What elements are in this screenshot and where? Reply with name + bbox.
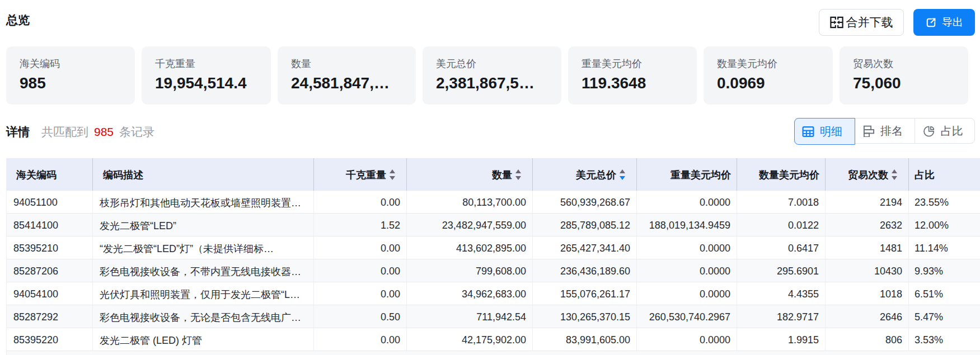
cell-kg-weight: 0.00 <box>314 328 407 351</box>
match-suffix: 条记录 <box>119 125 154 138</box>
column-label: 贸易次数 <box>848 168 888 182</box>
cell-hs-code: 85287292 <box>7 305 93 328</box>
stat-card: 海关编码985 <box>6 46 135 105</box>
cell-code-description: 彩色电视接收设备，不带内置无线电接收器… <box>93 259 314 282</box>
column-header-code-description: 编码描述 <box>93 158 314 191</box>
column-label: 数量 <box>492 168 512 182</box>
stat-value: 119.3648 <box>582 74 683 92</box>
cell-code-description: “发光二极管“LED”灯”（未提供详细标… <box>93 236 314 259</box>
cell-usd-total: 285,789,085.12 <box>533 214 637 236</box>
sort-desc-icon <box>892 176 897 180</box>
cell-code-description: 枝形吊灯和其他电动天花板或墙壁照明装置… <box>93 191 314 213</box>
cell-code-description: 彩色电视接收设备，无论是否包含无线电广… <box>93 305 314 328</box>
cell-usd-per-qty: 295.6901 <box>737 259 826 282</box>
cell-usd-total: 560,939,268.67 <box>533 191 637 213</box>
cell-share-pct: 12.00% <box>909 214 980 236</box>
column-label: 数量美元均价 <box>759 168 819 182</box>
sort-desc-icon <box>515 176 521 180</box>
table-row[interactable]: 85395210“发光二极管“LED”灯”（未提供详细标…0.00413,602… <box>7 236 980 259</box>
cell-share-pct: 3.53% <box>909 328 980 351</box>
tab-proportion[interactable]: 占比 <box>915 119 974 143</box>
cell-kg-weight: 1.52 <box>314 214 407 236</box>
table-row[interactable]: 94051100枝形吊灯和其他电动天花板或墙壁照明装置…0.0080,113,7… <box>7 191 980 214</box>
cell-hs-code: 94051100 <box>7 191 93 213</box>
cell-usd-total: 83,991,605.00 <box>533 328 637 351</box>
cell-usd-per-kg: 188,019,134.9459 <box>637 214 737 236</box>
stat-label: 数量美元均价 <box>717 57 819 70</box>
tab-detail-active[interactable]: 明细 <box>794 118 855 145</box>
sorter[interactable] <box>892 169 897 180</box>
sort-asc-icon <box>892 169 897 173</box>
cell-quantity: 23,482,947,559.00 <box>407 214 533 236</box>
cell-usd-per-kg: 0.0000 <box>637 282 737 305</box>
stat-label: 数量 <box>291 57 402 70</box>
column-label: 千克重量 <box>346 168 386 182</box>
cell-usd-per-qty: 182.9717 <box>737 305 826 328</box>
stat-card: 千克重量19,954,514.4 <box>142 46 271 105</box>
cell-kg-weight: 0.00 <box>314 282 407 305</box>
cell-quantity: 42,175,902.00 <box>407 328 533 351</box>
merge-cells-icon <box>830 16 843 29</box>
cell-trade-count: 1481 <box>826 236 909 259</box>
column-label: 海关编码 <box>16 168 57 182</box>
column-header-trade-count[interactable]: 贸易次数 <box>826 158 909 191</box>
stat-label: 海关编码 <box>20 57 121 70</box>
stat-label: 贸易次数 <box>853 57 955 70</box>
cell-hs-code: 85395210 <box>7 236 93 259</box>
cell-kg-weight: 0.00 <box>314 191 407 213</box>
table-row[interactable]: 85287206彩色电视接收设备，不带内置无线电接收器…0.00799,608.… <box>7 259 980 282</box>
stat-value: 0.0969 <box>717 74 819 92</box>
cell-trade-count: 2194 <box>826 191 909 213</box>
stat-label: 重量美元均价 <box>582 57 683 70</box>
table-row-partial <box>7 351 980 355</box>
cell-usd-total: 265,427,341.40 <box>533 236 637 259</box>
merge-download-label: 合并下载 <box>846 15 893 30</box>
export-button[interactable]: 导出 <box>913 9 975 36</box>
column-header-share-pct: 占比 <box>909 158 980 191</box>
cell-usd-per-kg: 0.0000 <box>637 236 737 259</box>
stat-card: 贸易次数75,060 <box>840 46 968 105</box>
column-header-kg-weight[interactable]: 千克重量 <box>314 158 407 191</box>
cell-usd-per-qty: 0.6417 <box>737 236 826 259</box>
table-row[interactable]: 85414100发光二极管“LED”1.5223,482,947,559.002… <box>7 214 980 236</box>
column-label: 占比 <box>915 168 935 182</box>
cell-hs-code: 85414100 <box>7 214 93 236</box>
tab-ranking[interactable]: 排名 <box>854 119 914 143</box>
cell-kg-weight: 0.00 <box>314 236 407 259</box>
cell-quantity: 711,942.54 <box>407 305 533 328</box>
stat-value: 75,060 <box>853 74 955 92</box>
page-title: 总览 <box>6 13 30 27</box>
column-header-usd-total[interactable]: 美元总价 <box>533 158 637 191</box>
sort-asc-icon <box>515 169 521 173</box>
column-label: 编码描述 <box>103 168 143 182</box>
overview-page: 总览 合并下载 导出 海关编码985 千克重量19,954,514.4 数量24… <box>0 0 980 355</box>
cell-usd-per-qty: 7.0018 <box>737 191 826 213</box>
cell-usd-total: 155,076,261.17 <box>533 282 637 305</box>
tab-proportion-label: 占比 <box>941 124 963 139</box>
match-summary: 共匹配到985条记录 <box>41 125 154 139</box>
cell-hs-code: 94054100 <box>7 282 93 305</box>
sorter[interactable] <box>390 169 395 180</box>
stat-card: 数量24,581,847,… <box>278 46 416 105</box>
table-row[interactable]: 94054100光伏灯具和照明装置，仅用于发光二极管“L…0.0034,962,… <box>7 282 980 305</box>
cell-code-description: 光伏灯具和照明装置，仅用于发光二极管“L… <box>93 282 314 305</box>
sorter[interactable] <box>515 169 521 180</box>
column-header-quantity[interactable]: 数量 <box>407 158 533 191</box>
cell-usd-per-kg: 0.0000 <box>637 191 737 213</box>
stat-card: 重量美元均价119.3648 <box>568 46 697 105</box>
cell-usd-per-kg: 0.0000 <box>637 259 737 282</box>
sort-desc-icon <box>620 176 625 180</box>
stat-value: 985 <box>20 74 121 92</box>
tab-detail-label: 明细 <box>820 124 842 139</box>
details-table: 海关编码 编码描述 千克重量 数量 美元总价 重量美元均价 数量美元均价 贸易次… <box>6 158 980 355</box>
cell-quantity: 80,113,700.00 <box>407 191 533 213</box>
sorter[interactable] <box>620 169 625 180</box>
stat-card: 美元总价2,381,867,5… <box>423 46 561 105</box>
cell-share-pct: 23.55% <box>909 191 980 213</box>
merge-download-button[interactable]: 合并下载 <box>819 9 904 36</box>
column-header-usd-per-kg: 重量美元均价 <box>637 158 737 191</box>
column-header-usd-per-qty: 数量美元均价 <box>737 158 826 191</box>
table-row[interactable]: 85287292彩色电视接收设备，无论是否包含无线电广…0.50711,942.… <box>7 305 980 328</box>
stat-label: 千克重量 <box>155 57 257 70</box>
table-row[interactable]: 85395220发光二极管 (LED) 灯管0.0042,175,902.008… <box>7 328 980 351</box>
